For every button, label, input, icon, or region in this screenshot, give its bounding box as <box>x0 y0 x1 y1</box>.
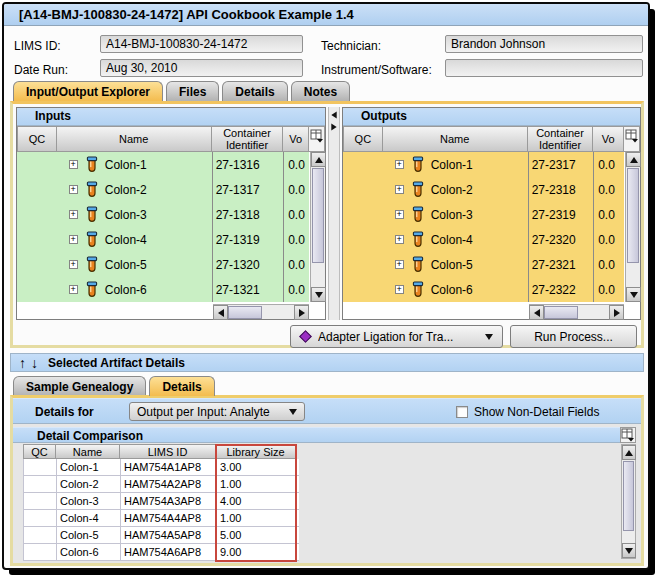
table-row[interactable]: Colon-227-23180.0 <box>343 177 624 202</box>
comparison-row[interactable]: Colon-4HAM754A4AP81.00 <box>23 510 299 527</box>
cmp-lims-id-cell: HAM754A5AP8 <box>121 527 217 543</box>
tree-expand-plus-icon[interactable] <box>395 260 404 269</box>
inputs-vscroll-thumb[interactable] <box>312 168 324 263</box>
comparison-row[interactable]: Colon-5HAM754A5AP85.00 <box>23 527 299 544</box>
tab-sample-genealogy[interactable]: Sample Genealogy <box>13 376 146 396</box>
comparison-row[interactable]: Colon-2HAM754A2AP81.00 <box>23 476 299 493</box>
inputs-scroll-up-button[interactable] <box>311 152 326 167</box>
table-row[interactable]: Colon-227-13170.0 <box>17 177 309 202</box>
inputs-col-name[interactable]: Name <box>57 126 212 152</box>
tree-expand-plus-icon[interactable] <box>69 260 78 269</box>
inputs-hscroll-thumb[interactable] <box>228 306 262 319</box>
table-row[interactable]: Colon-527-13200.0 <box>17 252 309 277</box>
table-row[interactable]: Colon-327-23190.0 <box>343 202 624 227</box>
outputs-horizontal-scrollbar[interactable] <box>529 304 624 319</box>
split-pane-divider[interactable] <box>328 107 340 320</box>
collapse-left-icon[interactable] <box>331 111 336 118</box>
tab-files[interactable]: Files <box>166 81 219 101</box>
cmp-library-size-cell: 3.00 <box>217 459 297 475</box>
comparison-table-options-icon[interactable] <box>620 427 636 443</box>
inputs-scroll-right-button[interactable] <box>294 305 309 320</box>
detail-comparison-title: Detail Comparison <box>37 429 143 443</box>
lims-id-field[interactable]: A14-BMJ-100830-24-1472 <box>100 35 303 53</box>
outputs-col-qc[interactable]: QC <box>343 126 383 152</box>
left-arrow-icon <box>534 309 540 317</box>
comparison-row[interactable]: Colon-3HAM754A3AP84.00 <box>23 493 299 510</box>
tree-expand-plus-icon[interactable] <box>395 285 404 294</box>
tree-expand-plus-icon[interactable] <box>69 185 78 194</box>
outputs-table-options-icon[interactable] <box>624 126 640 152</box>
test-tube-icon <box>411 156 425 173</box>
inputs-col-volume[interactable]: Vo <box>283 126 309 152</box>
comparison-vertical-scrollbar[interactable] <box>621 444 636 559</box>
container-id-cell: 27-1321 <box>212 277 284 302</box>
test-tube-icon <box>85 231 99 248</box>
cmp-col-library-size[interactable]: Library Size <box>216 444 296 459</box>
run-process-button[interactable]: Run Process... <box>510 325 637 348</box>
tab-notes[interactable]: Notes <box>291 81 350 101</box>
test-tube-icon <box>85 206 99 223</box>
details-for-dropdown[interactable]: Output per Input: Analyte <box>129 402 305 421</box>
inputs-col-container[interactable]: Container Identifier <box>212 126 284 152</box>
tree-expand-plus-icon[interactable] <box>395 185 404 194</box>
table-row[interactable]: Colon-627-23220.0 <box>343 277 624 302</box>
technician-field[interactable]: Brandon Johnson <box>445 35 643 53</box>
process-select-dropdown[interactable]: Adapter Ligation for Tra... <box>290 325 503 348</box>
outputs-col-name[interactable]: Name <box>383 126 528 152</box>
instrument-field[interactable] <box>445 59 643 77</box>
cmp-col-name[interactable]: Name <box>56 444 120 459</box>
move-down-icon[interactable]: ↓ <box>31 357 38 369</box>
table-row[interactable]: Colon-427-13190.0 <box>17 227 309 252</box>
cmp-library-size-cell: 5.00 <box>217 527 297 543</box>
tree-expand-plus-icon[interactable] <box>395 160 404 169</box>
tree-expand-plus-icon[interactable] <box>69 285 78 294</box>
comparison-row[interactable]: Colon-6HAM754A6AP89.00 <box>23 544 299 561</box>
comparison-scroll-up-button[interactable] <box>622 445 636 460</box>
artifact-name-cell: Colon-1 <box>383 152 528 177</box>
outputs-scroll-left-button[interactable] <box>529 305 544 320</box>
outputs-scroll-down-button[interactable] <box>626 287 641 302</box>
table-row[interactable]: Colon-127-23170.0 <box>343 152 624 177</box>
comparison-scroll-down-button[interactable] <box>622 543 636 558</box>
table-options-glyph <box>621 428 635 442</box>
inputs-table-options-icon[interactable] <box>309 126 325 152</box>
cmp-col-lims-id[interactable]: LIMS ID <box>120 444 216 459</box>
inputs-scroll-down-button[interactable] <box>311 287 326 302</box>
tab-artifact-details[interactable]: Details <box>149 376 214 396</box>
inputs-horizontal-scrollbar[interactable] <box>213 304 309 319</box>
move-up-icon[interactable]: ↑ <box>19 357 26 369</box>
outputs-col-container[interactable]: Container Identifier <box>528 126 594 152</box>
table-row[interactable]: Colon-627-13210.0 <box>17 277 309 302</box>
outputs-hscroll-thumb[interactable] <box>544 306 578 319</box>
tree-expand-plus-icon[interactable] <box>69 235 78 244</box>
qc-cell <box>343 152 383 177</box>
cmp-library-size-cell: 1.00 <box>217 476 297 492</box>
inputs-col-qc[interactable]: QC <box>17 126 57 152</box>
outputs-col-volume[interactable]: Vo <box>593 126 624 152</box>
table-row[interactable]: Colon-527-23210.0 <box>343 252 624 277</box>
comparison-vscroll-thumb[interactable] <box>623 461 634 531</box>
comparison-row[interactable]: Colon-1HAM754A1AP83.00 <box>23 459 299 476</box>
date-run-field[interactable]: Aug 30, 2010 <box>100 59 303 77</box>
inputs-scroll-left-button[interactable] <box>213 305 228 320</box>
outputs-scroll-up-button[interactable] <box>626 152 641 167</box>
cmp-col-qc[interactable]: QC <box>23 444 56 459</box>
comparison-table-header: QC Name LIMS ID Library Size <box>23 444 299 459</box>
inputs-vertical-scrollbar[interactable] <box>310 152 325 302</box>
tree-expand-plus-icon[interactable] <box>395 235 404 244</box>
table-row[interactable]: Colon-127-13160.0 <box>17 152 309 177</box>
tab-input-output-explorer[interactable]: Input/Output Explorer <box>13 81 163 101</box>
outputs-vscroll-thumb[interactable] <box>627 168 639 263</box>
tab-details[interactable]: Details <box>222 81 287 101</box>
outputs-scroll-right-button[interactable] <box>609 305 624 320</box>
window-title-bar[interactable]: [A14-BMJ-100830-24-1472] API Cookbook Ex… <box>4 4 648 26</box>
table-row[interactable]: Colon-327-13180.0 <box>17 202 309 227</box>
show-non-detail-checkbox[interactable] <box>456 406 468 418</box>
tree-expand-plus-icon[interactable] <box>395 210 404 219</box>
down-arrow-icon <box>315 292 323 298</box>
collapse-right-icon[interactable] <box>331 123 336 130</box>
outputs-vertical-scrollbar[interactable] <box>625 152 640 302</box>
tree-expand-plus-icon[interactable] <box>69 160 78 169</box>
table-row[interactable]: Colon-427-23200.0 <box>343 227 624 252</box>
tree-expand-plus-icon[interactable] <box>69 210 78 219</box>
